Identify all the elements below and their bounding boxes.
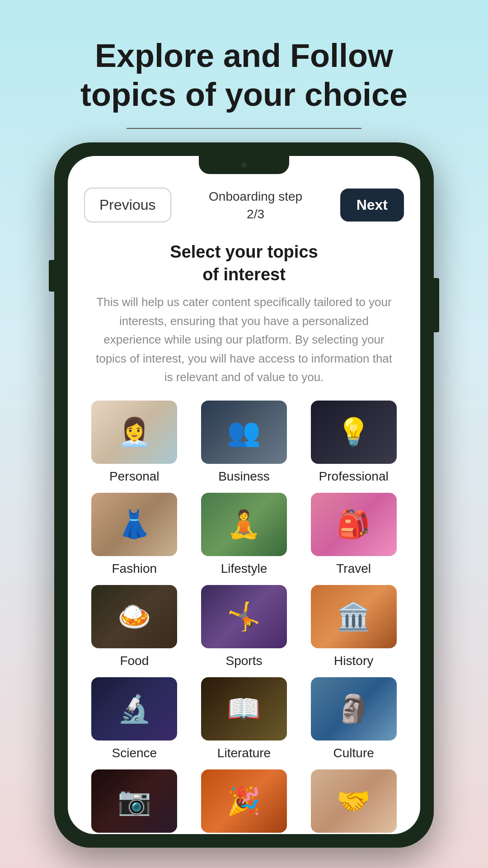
topic-item-culture[interactable]: Culture <box>303 677 404 760</box>
topic-img-sports <box>201 585 287 648</box>
topic-item-events[interactable]: Events <box>194 769 295 834</box>
topic-item-photography[interactable]: Photography <box>84 769 185 834</box>
topic-img-history <box>311 585 397 648</box>
topic-label-sports: Sports <box>226 654 263 668</box>
next-button[interactable]: Next <box>340 189 404 222</box>
camera-dot <box>241 162 247 168</box>
topic-label-travel: Travel <box>336 561 371 576</box>
topic-label-business: Business <box>218 469 270 484</box>
topic-img-personal <box>91 401 177 464</box>
phone-screen: Previous Onboarding step2/3 Next Select … <box>68 156 420 834</box>
phone-shell: Previous Onboarding step2/3 Next Select … <box>54 142 434 848</box>
topic-img-photography <box>91 769 177 833</box>
topic-label-fashion: Fashion <box>112 561 157 576</box>
topic-img-travel <box>311 493 397 556</box>
section-heading: Select your topicsof interest <box>86 241 402 286</box>
topic-label-personal: Personal <box>109 469 160 484</box>
topic-img-literature <box>201 677 287 741</box>
notch <box>199 156 289 174</box>
topic-item-literature[interactable]: Literature <box>194 677 295 760</box>
topic-item-lifestyle[interactable]: Lifestyle <box>194 493 295 576</box>
topic-img-wellness <box>311 769 397 833</box>
topic-label-culture: Culture <box>333 746 374 760</box>
topic-item-food[interactable]: Food <box>84 585 185 668</box>
topic-item-history[interactable]: History <box>303 585 404 668</box>
topic-img-fashion <box>91 493 177 556</box>
topic-label-science: Science <box>112 746 157 760</box>
topic-item-travel[interactable]: Travel <box>303 493 404 576</box>
topics-grid: PersonalBusinessProfessionalFashionLifes… <box>68 401 420 834</box>
topic-item-business[interactable]: Business <box>194 401 295 484</box>
topic-item-fashion[interactable]: Fashion <box>84 493 185 576</box>
topic-label-professional: Professional <box>319 469 389 484</box>
page-title: Explore and Follow topics of your choice <box>53 36 435 114</box>
title-divider <box>127 128 361 129</box>
topic-label-food: Food <box>120 654 149 668</box>
previous-button[interactable]: Previous <box>84 188 171 222</box>
topic-img-food <box>91 585 177 648</box>
topic-item-sports[interactable]: Sports <box>194 585 295 668</box>
topic-item-science[interactable]: Science <box>84 677 185 760</box>
page-title-line1: Explore and Follow <box>95 38 393 74</box>
step-label: Onboarding step2/3 <box>209 188 302 223</box>
topic-label-history: History <box>334 654 373 668</box>
topic-img-science <box>91 677 177 741</box>
nav-bar: Previous Onboarding step2/3 Next <box>68 179 420 232</box>
screen-content[interactable]: Previous Onboarding step2/3 Next Select … <box>68 156 420 834</box>
topic-item-wellness[interactable]: Wellness <box>303 769 404 834</box>
topic-label-literature: Literature <box>217 746 271 760</box>
topic-img-business <box>201 401 287 464</box>
section-description: This will help us cater content specific… <box>90 293 398 387</box>
topic-item-professional[interactable]: Professional <box>303 401 404 484</box>
topic-item-personal[interactable]: Personal <box>84 401 185 484</box>
topic-img-culture <box>311 677 397 741</box>
page-title-line2: topics of your choice <box>80 76 408 113</box>
topic-img-lifestyle <box>201 493 287 556</box>
topic-img-professional <box>311 401 397 464</box>
topic-img-events <box>201 769 287 833</box>
topic-label-lifestyle: Lifestyle <box>221 561 267 576</box>
